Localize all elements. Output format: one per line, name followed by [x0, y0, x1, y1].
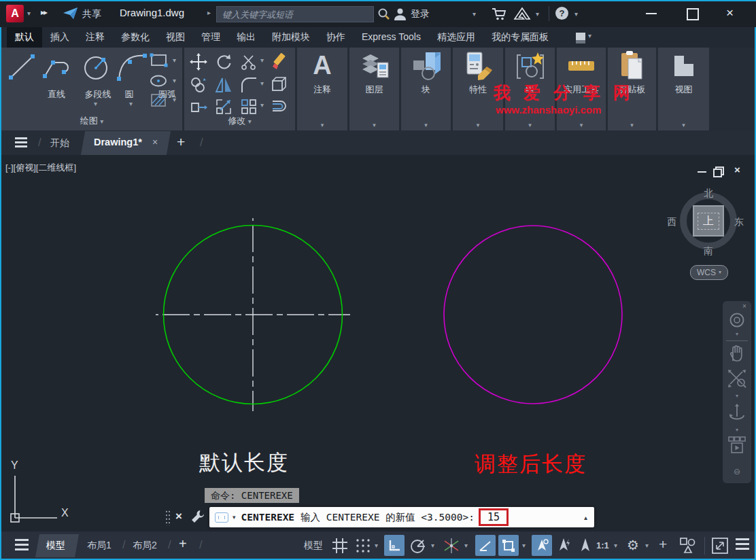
tool-arc[interactable]: 圆弧 ▾ — [114, 50, 150, 111]
user-icon[interactable] — [393, 7, 407, 21]
panel-view[interactable]: 视图 ▾ — [658, 48, 709, 130]
quick-access-expand-icon[interactable]: ▸▸ — [41, 7, 46, 17]
tool-rectangle[interactable] — [150, 53, 169, 71]
file-tab-drawing1[interactable]: Drawing1* — [94, 137, 142, 147]
circle-flyout-caret-icon[interactable]: ▾ — [94, 101, 97, 107]
3d-box-icon[interactable] — [270, 75, 289, 94]
new-tab-button[interactable]: + — [177, 134, 185, 150]
share-icon[interactable] — [63, 7, 79, 20]
tab-layout2[interactable]: 布局2 — [133, 540, 157, 552]
isodraft-icon[interactable] — [443, 537, 460, 555]
ortho-mode-button[interactable] — [384, 535, 405, 556]
rectangle-caret-icon[interactable]: ▾ — [173, 57, 176, 64]
snap-caret-icon[interactable]: ▾ — [375, 542, 378, 549]
workspace-gear-icon[interactable]: ⚙ — [627, 537, 639, 553]
osnap-tracking-button[interactable] — [475, 535, 496, 556]
model-space-toggle[interactable]: 模型 — [304, 540, 323, 552]
signin-caret-icon[interactable]: ▾ — [472, 11, 476, 18]
tab-model[interactable]: 模型 — [46, 540, 65, 552]
minimize-button[interactable] — [646, 13, 657, 14]
panel-title-draw[interactable]: 绘图 ▾ — [1, 115, 182, 127]
osnap-button[interactable] — [498, 535, 519, 556]
view-caret-icon[interactable]: ▾ — [658, 122, 709, 128]
autodesk-logo-icon[interactable] — [513, 7, 531, 20]
layout-menu-icon[interactable] — [15, 539, 29, 541]
utilities-caret-icon[interactable]: ▾ — [557, 122, 606, 128]
command-line[interactable]: ▾ CENTEREXE 输入 CENTEREXE 的新值 <3.5000>: 1… — [209, 507, 594, 527]
help-caret-icon[interactable]: ▾ — [574, 11, 578, 18]
status-customize-icon[interactable] — [736, 538, 749, 540]
clipboard-caret-icon[interactable]: ▾ — [608, 122, 656, 128]
polar-tracking-icon[interactable] — [409, 537, 427, 555]
properties-caret-icon[interactable]: ▾ — [453, 122, 503, 128]
clean-screen-icon[interactable] — [711, 537, 729, 555]
search-input[interactable] — [217, 7, 384, 22]
snap-mode-icon[interactable] — [356, 538, 371, 553]
annotate-caret-icon[interactable]: ▾ — [297, 122, 347, 128]
maximize-button[interactable] — [687, 8, 699, 20]
ribbon-tab-insert[interactable]: 插入 — [42, 27, 78, 48]
ribbon-tab-output[interactable]: 输出 — [228, 27, 264, 48]
ribbon-tab-custom[interactable]: 我的专属面板 — [483, 27, 557, 48]
array-icon[interactable] — [240, 98, 258, 116]
commandline-customize-wrench-icon[interactable] — [190, 509, 205, 524]
ellipse-caret-icon[interactable]: ▾ — [173, 77, 176, 84]
scale-icon[interactable] — [215, 98, 233, 116]
workspace-caret-icon[interactable]: ▾ — [645, 542, 649, 549]
move-icon[interactable] — [190, 53, 207, 71]
ribbon-tab-manage[interactable]: 管理 — [193, 27, 228, 48]
ribbon-tab-parametric[interactable]: 参数化 — [113, 27, 158, 48]
isodraft-caret-icon[interactable]: ▾ — [464, 542, 468, 549]
orbit-icon[interactable] — [728, 403, 746, 423]
viewcube-west[interactable]: 西 — [667, 216, 676, 228]
app-menu-caret-icon[interactable]: ▾ — [27, 10, 31, 17]
fillet-caret-icon[interactable]: ▾ — [260, 80, 264, 87]
isolate-objects-icon[interactable] — [679, 537, 697, 555]
ribbon-tab-home[interactable]: 默认 — [7, 27, 42, 48]
pan-hand-icon[interactable] — [729, 345, 745, 362]
ribbon-display-toggle[interactable]: ▾ — [576, 33, 591, 48]
tool-ellipse[interactable] — [150, 73, 169, 91]
orbit-caret-icon[interactable]: ▾ — [723, 427, 751, 433]
ribbon-tab-view[interactable]: 视图 — [158, 27, 193, 48]
command-input-value[interactable]: 15 — [479, 508, 509, 526]
panel-block[interactable]: 块 ▾ — [401, 48, 451, 130]
circle-adjusted[interactable] — [444, 226, 622, 404]
panel-annotate[interactable]: A 注释 ▾ — [297, 48, 347, 130]
ribbon-tab-addins[interactable]: 附加模块 — [264, 27, 318, 48]
arc-flyout-caret-icon[interactable]: ▾ — [129, 101, 133, 107]
scale-caret-icon[interactable]: ▾ — [614, 542, 617, 549]
command-history-toggle-icon[interactable]: ▴ — [584, 514, 587, 521]
fillet-icon[interactable] — [240, 76, 258, 94]
file-tab-close-icon[interactable]: × — [152, 137, 158, 147]
viewcube-east[interactable]: 东 — [734, 216, 744, 228]
tool-hatch[interactable] — [150, 92, 169, 111]
osnap-caret-icon[interactable]: ▾ — [522, 542, 526, 549]
tool-line[interactable]: 直线 — [5, 50, 39, 99]
polar-caret-icon[interactable]: ▾ — [431, 542, 434, 549]
annotation-scale-icon[interactable] — [577, 537, 594, 555]
search-box[interactable] — [216, 6, 374, 22]
autodesk-caret-icon[interactable]: ▾ — [536, 11, 539, 18]
commandline-close-icon[interactable]: × — [175, 510, 182, 523]
trim-caret-icon[interactable]: ▾ — [260, 57, 264, 64]
grid-display-icon[interactable] — [331, 537, 349, 555]
file-menu-icon[interactable] — [15, 137, 27, 139]
app-menu-button[interactable]: A — [6, 5, 24, 22]
navwheel-caret-icon[interactable]: ▾ — [723, 332, 751, 337]
tool-circle[interactable]: 圆 ▾ — [80, 50, 113, 111]
file-tab-start[interactable]: 开始 — [50, 137, 69, 150]
erase-icon[interactable] — [270, 52, 289, 71]
cart-icon[interactable] — [492, 7, 508, 21]
block-caret-icon[interactable]: ▾ — [401, 122, 451, 128]
customization-plus-icon[interactable]: + — [659, 536, 667, 553]
copy-icon[interactable] — [190, 76, 207, 94]
close-button[interactable]: × — [726, 5, 734, 20]
navbar-customize-icon[interactable]: ⊖ — [723, 467, 751, 476]
commandline-drag-handle[interactable] — [165, 510, 171, 526]
mirror-icon[interactable] — [215, 76, 233, 94]
trim-icon[interactable] — [240, 53, 258, 71]
navigation-wheel-icon[interactable] — [729, 312, 745, 328]
array-caret-icon[interactable]: ▾ — [260, 102, 264, 109]
viewcube-south[interactable]: 南 — [704, 245, 713, 258]
